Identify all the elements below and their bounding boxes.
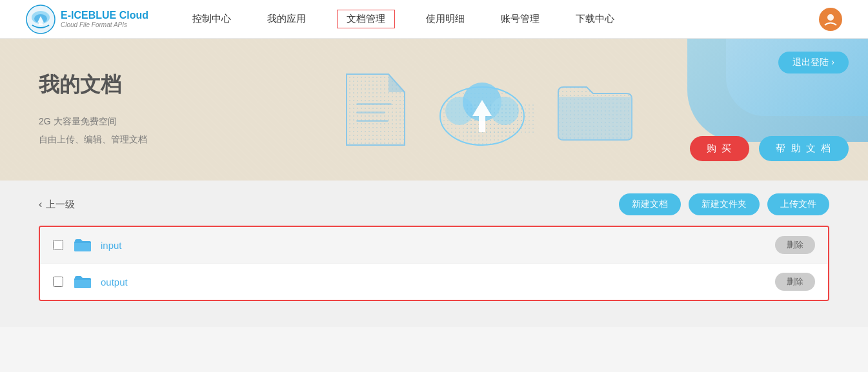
back-button[interactable]: ‹ 上一级 xyxy=(39,199,75,211)
table-row: output 删除 xyxy=(40,264,828,300)
brand-subtitle: Cloud File Format APIs xyxy=(61,21,148,28)
file-checkbox-input[interactable] xyxy=(53,240,63,250)
file-name[interactable]: input xyxy=(101,240,775,251)
navbar: E-ICEBLUE Cloud Cloud File Format APIs 控… xyxy=(0,0,868,39)
content-area: ‹ 上一级 新建文档 新建文件夹 上传文件 input 删除 output xyxy=(0,181,868,327)
banner-bottom-actions: 购 买 帮 助 文 档 xyxy=(690,136,849,161)
buy-button[interactable]: 购 买 xyxy=(690,136,749,161)
nav-item-control[interactable]: 控制中心 xyxy=(187,10,236,28)
banner-desc-line2: 自由上传、编辑、管理文档 xyxy=(39,130,147,148)
table-row: input 删除 xyxy=(40,227,828,264)
banner: 我的文档 2G 大容量免费空间 自由上传、编辑、管理文档 xyxy=(0,39,868,181)
logo[interactable]: E-ICEBLUE Cloud Cloud File Format APIs xyxy=(26,5,148,34)
nav-item-apps[interactable]: 我的应用 xyxy=(262,10,311,28)
banner-desc: 2G 大容量免费空间 自由上传、编辑、管理文档 xyxy=(39,112,147,148)
svg-rect-4 xyxy=(39,23,43,25)
file-list: input 删除 output 删除 xyxy=(39,226,829,301)
toolbar: ‹ 上一级 新建文档 新建文件夹 上传文件 xyxy=(39,193,829,215)
new-folder-button[interactable]: 新建文件夹 xyxy=(689,193,760,215)
cloud-upload-illustration xyxy=(430,64,534,155)
upload-file-button[interactable]: 上传文件 xyxy=(767,193,829,215)
file-name[interactable]: output xyxy=(101,277,775,288)
svg-rect-7 xyxy=(356,103,392,105)
user-avatar[interactable] xyxy=(819,8,842,31)
delete-button[interactable]: 删除 xyxy=(775,236,815,254)
banner-title: 我的文档 xyxy=(39,71,147,99)
folder-illustration xyxy=(553,74,637,145)
nav-item-download[interactable]: 下载中心 xyxy=(570,10,620,28)
help-docs-button[interactable]: 帮 助 文 档 xyxy=(759,136,849,161)
banner-desc-line1: 2G 大容量免费空间 xyxy=(39,112,147,130)
logout-button[interactable]: 退出登陆 › xyxy=(778,52,849,73)
nav-item-account[interactable]: 账号管理 xyxy=(496,10,545,28)
brand-title: E-ICEBLUE Cloud xyxy=(61,10,148,21)
back-chevron-icon: ‹ xyxy=(39,199,42,210)
banner-bg-decoration2 xyxy=(726,39,868,116)
banner-text: 我的文档 2G 大容量免费空间 自由上传、编辑、管理文档 xyxy=(39,71,147,148)
toolbar-actions: 新建文档 新建文件夹 上传文件 xyxy=(619,193,829,215)
nav-item-docs[interactable]: 文档管理 xyxy=(337,10,395,28)
logo-text: E-ICEBLUE Cloud Cloud File Format APIs xyxy=(61,10,148,28)
nav-links: 控制中心 我的应用 文档管理 使用明细 账号管理 下载中心 xyxy=(187,10,819,28)
logo-icon xyxy=(26,5,56,34)
svg-rect-8 xyxy=(356,112,385,113)
folder-icon xyxy=(74,237,92,253)
banner-top-actions: 退出登陆 › xyxy=(778,52,849,73)
svg-point-5 xyxy=(827,14,834,21)
nav-item-usage[interactable]: 使用明细 xyxy=(421,10,470,28)
back-label: 上一级 xyxy=(46,199,75,211)
document-illustration xyxy=(340,68,411,152)
folder-icon xyxy=(74,274,92,289)
new-doc-button[interactable]: 新建文档 xyxy=(619,193,681,215)
avatar-icon xyxy=(823,12,838,26)
svg-rect-15 xyxy=(466,103,534,135)
delete-button[interactable]: 删除 xyxy=(775,273,815,291)
file-checkbox-output[interactable] xyxy=(53,277,63,287)
svg-rect-9 xyxy=(356,120,389,122)
